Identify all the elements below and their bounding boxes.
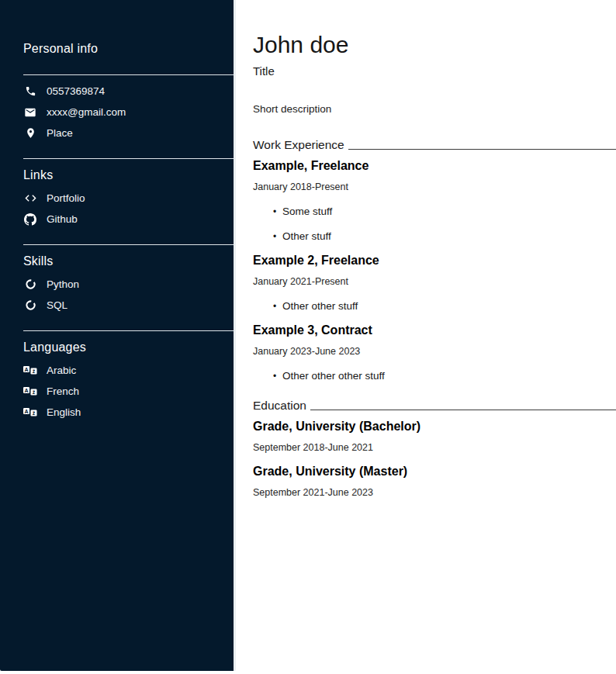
skill-label: SQL [47,299,67,311]
skill-label: Python [47,278,79,290]
sidebar-section-languages: Languages A ž Arabic [23,330,234,423]
entry-date: January 2023-June 2023 [253,346,616,358]
email-value: xxxx@gmail.com [47,106,126,118]
translate-icon: A ž [23,386,37,396]
experience-entry: Example 3, Contract January 2023-June 20… [253,323,616,382]
phone-icon [23,85,37,97]
entry-title: Example 3, Contract [253,323,616,337]
svg-text:ž: ž [33,368,36,374]
svg-text:A: A [24,367,28,372]
section-rule [310,410,616,410]
contact-item-email: xxxx@gmail.com [23,102,234,123]
link-item-github[interactable]: Github [23,209,234,230]
education-entry: Grade, University (Bachelor) September 2… [253,419,616,454]
entry-date: September 2021-June 2023 [253,487,616,499]
circle-notch-icon [23,299,37,311]
sidebar-divider [23,74,234,75]
section-header-work-experience: Work Experience [253,137,616,152]
entry-bullet-list: Other other stuff [253,299,616,313]
place-value: Place [47,127,73,139]
entry-date: January 2018-Present [253,181,616,193]
contact-item-place: Place [23,123,234,143]
entry-bullet-list: Other other other stuff [253,369,616,382]
bullet-item: Other other stuff [273,299,616,313]
entry-date: September 2018-June 2021 [253,442,616,454]
person-title: Title [253,64,616,78]
sidebar-divider [23,158,234,159]
section-rule [348,149,616,150]
sidebar-section-links: Links Portfolio Github [23,158,234,230]
svg-text:A: A [24,388,28,393]
sidebar-section-skills: Skills Python SQL [23,244,234,316]
link-item-portfolio[interactable]: Portfolio [23,188,234,209]
language-item-french: A ž French [23,381,234,402]
entry-title: Example 2, Freelance [253,253,616,268]
sidebar-divider [23,330,234,331]
section-heading-label: Work Experience [253,137,344,152]
sidebar-section-title-languages: Languages [23,340,234,354]
skill-item-sql: SQL [23,295,234,316]
entry-title: Grade, University (Master) [253,464,616,479]
github-link-label[interactable]: Github [47,213,78,225]
sidebar-section-personal-info: Personal info 0557369874 xxxx@gmail.com [23,42,234,143]
contact-item-phone: 0557369874 [23,81,234,102]
sidebar-section-title-personal-info: Personal info [23,42,234,56]
svg-text:ž: ž [33,410,36,416]
sidebar-divider [23,244,234,245]
person-name: John doe [253,31,616,59]
portfolio-link-label[interactable]: Portfolio [47,192,85,204]
github-icon [23,213,37,226]
section-heading-label: Education [253,398,306,413]
sidebar: Personal info 0557369874 xxxx@gmail.com [0,0,236,671]
main-content: John doe Title Short description Work Ex… [236,0,616,674]
experience-entry: Example, Freelance January 2018-Present … [253,158,616,243]
section-header-education: Education [253,398,616,413]
entry-bullet-list: Some stuff Other stuff [253,205,616,243]
translate-icon: A ž [23,407,37,417]
language-label: English [47,406,81,418]
entry-date: January 2021-Present [253,276,616,288]
translate-icon: A ž [23,365,37,375]
svg-text:ž: ž [33,389,36,395]
bullet-item: Some stuff [273,205,616,218]
language-item-arabic: A ž Arabic [23,360,234,381]
entry-title: Example, Freelance [253,158,616,173]
email-icon [23,106,37,119]
language-label: French [47,385,79,397]
experience-entry: Example 2, Freelance January 2021-Presen… [253,253,616,313]
bullet-item: Other stuff [273,230,616,243]
short-description: Short description [253,103,616,115]
language-label: Arabic [47,365,76,376]
bullet-item: Other other other stuff [273,369,616,382]
language-item-english: A ž English [23,402,234,423]
phone-value: 0557369874 [47,85,105,97]
code-icon [23,192,37,205]
sidebar-section-title-skills: Skills [23,254,234,268]
circle-notch-icon [23,278,37,290]
location-icon [23,127,37,139]
education-entry: Grade, University (Master) September 202… [253,464,616,499]
entry-title: Grade, University (Bachelor) [253,419,616,434]
resume-page: Personal info 0557369874 xxxx@gmail.com [0,0,616,674]
svg-text:A: A [24,409,28,414]
skill-item-python: Python [23,274,234,295]
sidebar-section-title-links: Links [23,168,234,182]
